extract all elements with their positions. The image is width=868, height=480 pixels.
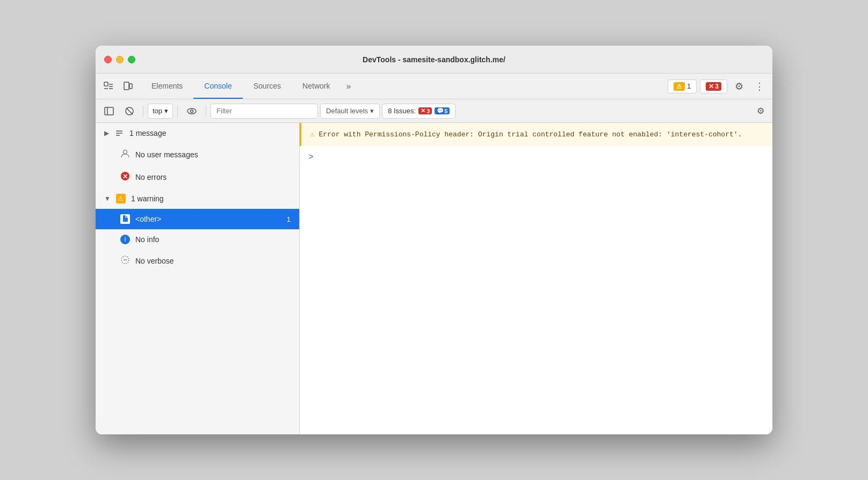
tab-network[interactable]: Network [292, 74, 341, 99]
console-toolbar: top ▾ Default levels ▾ 8 Issues: ✕ 3 💬 5… [96, 99, 772, 123]
traffic-lights [104, 56, 135, 63]
divider-2 [177, 106, 178, 117]
error-icon: ✕ [120, 171, 130, 183]
info-icon: i [120, 235, 130, 244]
console-prompt[interactable]: > [300, 146, 772, 169]
svg-point-7 [187, 108, 196, 114]
divider-3 [206, 106, 206, 117]
sidebar-item-other[interactable]: <other> 1 [96, 209, 299, 229]
svg-point-8 [191, 110, 193, 112]
sidebar-item-warnings[interactable]: ▼ ⚠ 1 warning [96, 188, 299, 209]
title-bar: DevTools - samesite-sandbox.glitch.me/ [96, 46, 772, 74]
warnings-badge-button[interactable]: ⚠ 1 [668, 79, 697, 93]
sidebar-toggle-button[interactable] [100, 104, 118, 119]
svg-rect-0 [104, 82, 108, 86]
svg-line-6 [126, 108, 133, 114]
clear-console-button[interactable] [120, 104, 139, 119]
settings-button[interactable]: ⚙ [730, 78, 748, 95]
filter-input[interactable] [211, 104, 318, 119]
more-options-button[interactable]: ⋮ [751, 78, 768, 95]
sidebar-item-user[interactable]: No user messages [96, 143, 299, 166]
list-icon [114, 128, 124, 138]
verbose-icon [120, 255, 130, 266]
sidebar-label-errors: No errors [135, 173, 167, 181]
issues-chat-badge: 💬 5 [435, 107, 450, 114]
sidebar-label-warnings: 1 warning [131, 194, 164, 203]
err-icon: ✕ 3 [706, 82, 721, 91]
devtools-window: DevTools - samesite-sandbox.glitch.me/ E… [96, 46, 772, 434]
sidebar-label-other: <other> [135, 215, 161, 223]
expand-icon: ▶ [104, 129, 109, 137]
device-mode-button[interactable] [119, 78, 136, 95]
tab-bar-icons [100, 78, 136, 95]
context-dropdown[interactable]: top ▾ [148, 104, 173, 119]
close-button[interactable] [104, 56, 112, 63]
more-tabs-button[interactable]: » [341, 74, 356, 99]
svg-rect-3 [105, 107, 113, 115]
sidebar-label-verbose: No verbose [135, 257, 174, 265]
sidebar-label-messages: 1 message [129, 129, 166, 137]
issues-error-badge: ✕ 3 [418, 107, 432, 114]
eye-button[interactable] [182, 104, 201, 119]
warning-icon: ⚠ [116, 194, 126, 203]
console-output: ⚠Error with Permissions-Policy header: O… [300, 123, 772, 434]
file-icon [122, 215, 128, 224]
tab-sources[interactable]: Sources [243, 74, 292, 99]
sidebar-item-errors[interactable]: ✕ No errors [96, 166, 299, 188]
sidebar-item-info[interactable]: i No info [96, 229, 299, 250]
prompt-chevron-icon: > [308, 152, 314, 162]
errors-badge-button[interactable]: ✕ 3 [700, 79, 727, 93]
other-count: 1 [287, 215, 291, 223]
warning-inline-icon: ⚠ [310, 128, 314, 140]
sidebar-item-messages[interactable]: ▶ 1 message [96, 123, 299, 143]
tab-console[interactable]: Console [193, 74, 242, 99]
svg-point-12 [124, 150, 127, 154]
warning-message: ⚠Error with Permissions-Policy header: O… [300, 123, 772, 146]
window-title: DevTools - samesite-sandbox.glitch.me/ [363, 55, 505, 64]
main-content: ▶ 1 message No user messages [96, 123, 772, 434]
issues-counter-button[interactable]: 8 Issues: ✕ 3 💬 5 [382, 104, 455, 119]
tabs: Elements Console Sources Network » [141, 74, 668, 99]
user-icon [120, 149, 130, 161]
sidebar-item-verbose[interactable]: No verbose [96, 250, 299, 272]
minimize-button[interactable] [116, 56, 124, 63]
console-settings-button[interactable]: ⚙ [753, 104, 768, 119]
svg-rect-2 [129, 84, 132, 89]
file-icon-wrap [120, 214, 130, 224]
svg-text:✕: ✕ [122, 173, 128, 180]
divider-1 [143, 106, 143, 117]
sidebar-label-info: No info [135, 235, 159, 244]
maximize-button[interactable] [128, 56, 135, 63]
svg-rect-1 [124, 82, 129, 90]
tab-bar: Elements Console Sources Network » ⚠ 1 ✕… [96, 74, 772, 99]
warning-expand-icon: ▼ [104, 195, 111, 202]
log-levels-dropdown[interactable]: Default levels ▾ [320, 104, 380, 119]
warn-icon: ⚠ [674, 82, 685, 91]
tab-bar-right: ⚠ 1 ✕ 3 ⚙ ⋮ [668, 78, 768, 95]
console-sidebar: ▶ 1 message No user messages [96, 123, 300, 434]
tab-elements[interactable]: Elements [141, 74, 193, 99]
inspect-element-button[interactable] [100, 78, 117, 95]
sidebar-label-user: No user messages [135, 150, 198, 159]
